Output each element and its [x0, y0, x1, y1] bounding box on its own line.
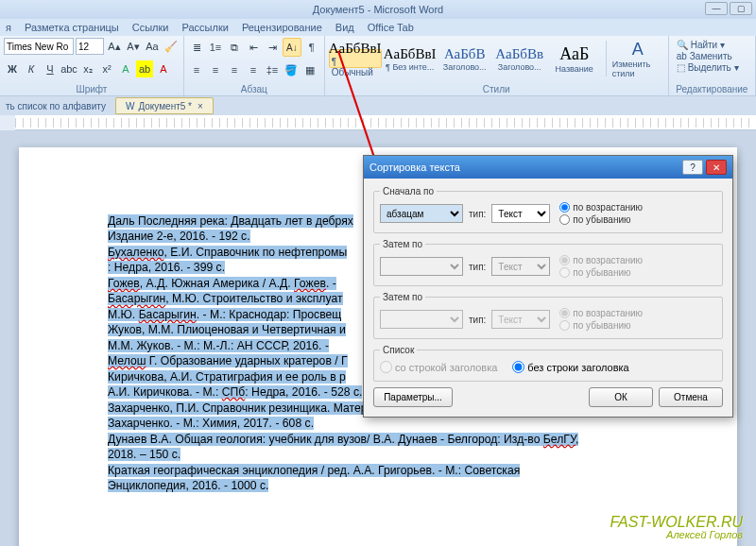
- window-titlebar: Документ5 - Microsoft Word — ▢: [0, 0, 756, 19]
- style-normal[interactable]: АаБбВвІ¶ Обычный: [329, 49, 382, 68]
- strike-icon[interactable]: abc: [60, 60, 77, 77]
- clear-formatting-icon[interactable]: 🧹: [163, 38, 180, 55]
- type-label-1: тип:: [469, 209, 486, 219]
- line-spacing-icon[interactable]: ‡≡: [264, 61, 281, 78]
- tab-mailings[interactable]: Рассылки: [182, 22, 229, 33]
- then2-desc-radio: по убыванию: [559, 320, 643, 331]
- dialog-help-button[interactable]: ?: [682, 160, 703, 175]
- close-tab-icon[interactable]: ×: [198, 101, 203, 111]
- change-styles-icon: A: [632, 40, 644, 60]
- replace-icon: ab: [677, 51, 687, 61]
- shading-icon[interactable]: 🪣: [283, 61, 300, 78]
- minimize-button[interactable]: —: [705, 2, 728, 15]
- borders-icon[interactable]: ▦: [301, 61, 318, 78]
- watermark: FAST-WOLKER.RU Алексей Горлов: [610, 515, 743, 540]
- styles-group: АаБбВвІ¶ Обычный АаБбВвІ¶ Без инте... Аа…: [325, 36, 669, 95]
- type-label-2: тип:: [469, 262, 486, 272]
- grow-font-icon[interactable]: A▴: [106, 38, 123, 55]
- align-center-icon[interactable]: ≡: [207, 61, 224, 78]
- align-left-icon[interactable]: ≡: [188, 61, 205, 78]
- font-size-select[interactable]: [76, 38, 104, 55]
- word-icon: W: [126, 101, 134, 111]
- text-effects-icon[interactable]: A: [117, 60, 134, 77]
- highlight-icon[interactable]: ab: [136, 60, 153, 77]
- sort-then2-fieldset: Затем по тип: Текст по возрастанию по уб…: [373, 292, 723, 339]
- select-icon: ⬚: [677, 62, 685, 73]
- cancel-button[interactable]: Отмена: [659, 387, 723, 407]
- first-by-label: Сначала по: [380, 186, 437, 196]
- style-heading2[interactable]: АаБбВвЗаголово...: [493, 38, 546, 79]
- window-title: Документ5 - Microsoft Word: [313, 4, 443, 15]
- find-icon: 🔍: [677, 40, 688, 50]
- then1-asc-radio[interactable]: по возрастанию: [559, 255, 643, 265]
- paragraph-group: ≣ 1≡ ⧉ ⇤ ⇥ A↓ ¶ ≡ ≡ ≡ ≡ ‡≡ 🪣 ▦ Абзац: [184, 36, 325, 95]
- document-tabs: ть список по алфавиту WДокумент5 *×: [0, 96, 756, 115]
- increase-indent-icon[interactable]: ⇥: [264, 39, 281, 56]
- font-name-select[interactable]: [4, 38, 74, 55]
- align-right-icon[interactable]: ≡: [226, 61, 243, 78]
- first-asc-radio[interactable]: по возрастанию: [559, 202, 643, 213]
- params-button[interactable]: Параметры...: [373, 387, 453, 407]
- paragraph-group-label: Абзац: [188, 83, 320, 94]
- select-button[interactable]: ⬚Выделить ▾: [677, 62, 747, 73]
- first-desc-radio[interactable]: по убыванию: [559, 214, 643, 225]
- then2-asc-radio: по возрастанию: [559, 308, 643, 318]
- decrease-indent-icon[interactable]: ⇤: [245, 39, 262, 56]
- numbering-icon[interactable]: 1≡: [207, 39, 224, 56]
- dialog-title: Сортировка текста: [369, 162, 460, 173]
- font-color-icon[interactable]: A: [155, 60, 172, 77]
- tab-home[interactable]: я: [6, 22, 11, 33]
- list-label: Список: [380, 345, 417, 355]
- then1-field-select[interactable]: [380, 257, 463, 276]
- with-header-radio[interactable]: со строкой заголовка: [380, 361, 497, 373]
- editing-group-label: Редактирование: [673, 83, 751, 94]
- style-no-spacing[interactable]: АаБбВвІ¶ Без инте...: [384, 38, 437, 79]
- change-styles-button[interactable]: AИзменить стили: [611, 38, 664, 79]
- doctab-truncated[interactable]: ть список по алфавиту: [0, 101, 112, 111]
- then-by-label-1: Затем по: [380, 239, 425, 249]
- shrink-font-icon[interactable]: A▾: [125, 38, 142, 55]
- ruler[interactable]: [15, 115, 756, 130]
- tab-page-layout[interactable]: Разметка страницы: [25, 22, 119, 33]
- dialog-titlebar[interactable]: Сортировка текста ? ✕: [364, 156, 732, 179]
- tab-references[interactable]: Ссылки: [132, 22, 169, 33]
- find-button[interactable]: 🔍Найти ▾: [677, 40, 747, 50]
- sort-text-dialog: Сортировка текста ? ✕ Сначала по абзацам…: [363, 155, 733, 418]
- tab-review[interactable]: Рецензирование: [242, 22, 322, 33]
- styles-group-label: Стили: [329, 83, 664, 94]
- show-marks-icon[interactable]: ¶: [303, 39, 320, 56]
- underline-icon[interactable]: Ч: [42, 60, 59, 77]
- justify-icon[interactable]: ≡: [245, 61, 262, 78]
- then1-type-select[interactable]: Текст: [491, 257, 550, 276]
- then1-desc-radio[interactable]: по убыванию: [559, 267, 643, 278]
- without-header-radio[interactable]: без строки заголовка: [512, 361, 628, 373]
- bullets-icon[interactable]: ≣: [188, 39, 205, 56]
- style-heading1[interactable]: АаБбВЗаголово...: [438, 38, 491, 79]
- list-fieldset: Список со строкой заголовка без строки з…: [373, 345, 723, 382]
- first-type-select[interactable]: Текст: [491, 204, 550, 223]
- change-case-icon[interactable]: Aa: [144, 38, 161, 55]
- sort-then1-fieldset: Затем по тип: Текст по возрастанию по уб…: [373, 239, 723, 286]
- ribbon-tabs: я Разметка страницы Ссылки Рассылки Реце…: [0, 19, 756, 36]
- subscript-icon[interactable]: x₂: [79, 60, 96, 77]
- style-title[interactable]: АаБНазвание: [548, 38, 601, 79]
- dialog-close-button[interactable]: ✕: [706, 160, 727, 175]
- sort-first-fieldset: Сначала по абзацам тип: Текст по возраст…: [373, 186, 723, 233]
- first-field-select[interactable]: абзацам: [380, 204, 463, 223]
- sort-button[interactable]: A↓: [283, 38, 301, 57]
- maximize-button[interactable]: ▢: [730, 2, 752, 15]
- doctab-active[interactable]: WДокумент5 *×: [115, 97, 214, 114]
- replace-button[interactable]: abЗаменить: [677, 51, 747, 61]
- superscript-icon[interactable]: x²: [98, 60, 115, 77]
- font-group-label: Шрифт: [4, 83, 180, 94]
- bold-icon[interactable]: Ж: [4, 60, 21, 77]
- tab-office-tab[interactable]: Office Tab: [368, 22, 414, 33]
- type-label-3: тип:: [469, 315, 486, 325]
- ribbon: A▴ A▾ Aa 🧹 Ж К Ч abc x₂ x² A ab A Шрифт …: [0, 36, 756, 96]
- font-group: A▴ A▾ Aa 🧹 Ж К Ч abc x₂ x² A ab A Шрифт: [0, 36, 184, 95]
- italic-icon[interactable]: К: [23, 60, 40, 77]
- multilevel-icon[interactable]: ⧉: [226, 39, 243, 56]
- ok-button[interactable]: ОК: [589, 387, 653, 407]
- tab-view[interactable]: Вид: [335, 22, 354, 33]
- then2-field-select: [380, 310, 463, 329]
